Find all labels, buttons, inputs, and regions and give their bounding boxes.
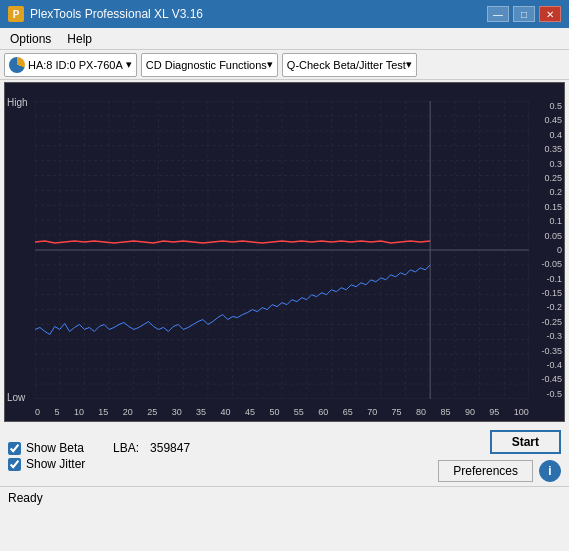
menu-help[interactable]: Help: [61, 30, 98, 48]
y-axis-right-labels: 0.50.450.40.350.30.250.20.150.10.050-0.0…: [541, 101, 562, 399]
show-jitter-item: Show Jitter: [8, 457, 190, 471]
y-label-low: Low: [7, 392, 25, 403]
start-button[interactable]: Start: [490, 430, 561, 454]
action-buttons: Start Preferences i: [438, 430, 561, 482]
title-text: PlexTools Professional XL V3.16: [30, 7, 203, 21]
maximize-button[interactable]: □: [513, 6, 535, 22]
status-bar: Ready: [0, 486, 569, 508]
bottom-panel: Show Beta LBA: 359847 Show Jitter Start …: [0, 424, 569, 486]
title-bar: P PlexTools Professional XL V3.16 — □ ✕: [0, 0, 569, 28]
lba-label: LBA:: [113, 441, 139, 455]
chart-area: High Low 0510152025303540455055606570758…: [4, 82, 565, 422]
device-icon: [9, 57, 25, 73]
show-beta-checkbox[interactable]: [8, 442, 21, 455]
x-axis-labels: 0510152025303540455055606570758085909510…: [35, 407, 529, 417]
test-dropdown[interactable]: Q-Check Beta/Jitter Test ▾: [282, 53, 417, 77]
function-label: CD Diagnostic Functions: [146, 59, 267, 71]
toolbar: HA:8 ID:0 PX-760A ▾ CD Diagnostic Functi…: [0, 50, 569, 80]
show-beta-label: Show Beta: [26, 441, 84, 455]
test-arrow: ▾: [406, 58, 412, 71]
device-selector[interactable]: HA:8 ID:0 PX-760A ▾: [4, 53, 137, 77]
chart-svg: [35, 101, 529, 399]
checkboxes-group: Show Beta LBA: 359847 Show Jitter: [8, 441, 190, 471]
show-beta-item: Show Beta LBA: 359847: [8, 441, 190, 455]
lba-value: 359847: [150, 441, 190, 455]
menu-bar: Options Help: [0, 28, 569, 50]
function-arrow: ▾: [267, 58, 273, 71]
app-icon: P: [8, 6, 24, 22]
y-label-high: High: [7, 97, 28, 108]
device-label: HA:8 ID:0 PX-760A: [28, 59, 123, 71]
test-label: Q-Check Beta/Jitter Test: [287, 59, 406, 71]
show-jitter-checkbox[interactable]: [8, 458, 21, 471]
preferences-button[interactable]: Preferences: [438, 460, 533, 482]
close-button[interactable]: ✕: [539, 6, 561, 22]
show-jitter-label: Show Jitter: [26, 457, 85, 471]
device-dropdown-arrow: ▾: [126, 58, 132, 71]
status-text: Ready: [8, 491, 43, 505]
function-dropdown[interactable]: CD Diagnostic Functions ▾: [141, 53, 278, 77]
beta-line: [35, 241, 430, 243]
info-button[interactable]: i: [539, 460, 561, 482]
bottom-row: Show Beta LBA: 359847 Show Jitter Start …: [8, 430, 561, 482]
menu-options[interactable]: Options: [4, 30, 57, 48]
prefs-row: Preferences i: [438, 460, 561, 482]
minimize-button[interactable]: —: [487, 6, 509, 22]
window-controls[interactable]: — □ ✕: [487, 6, 561, 22]
